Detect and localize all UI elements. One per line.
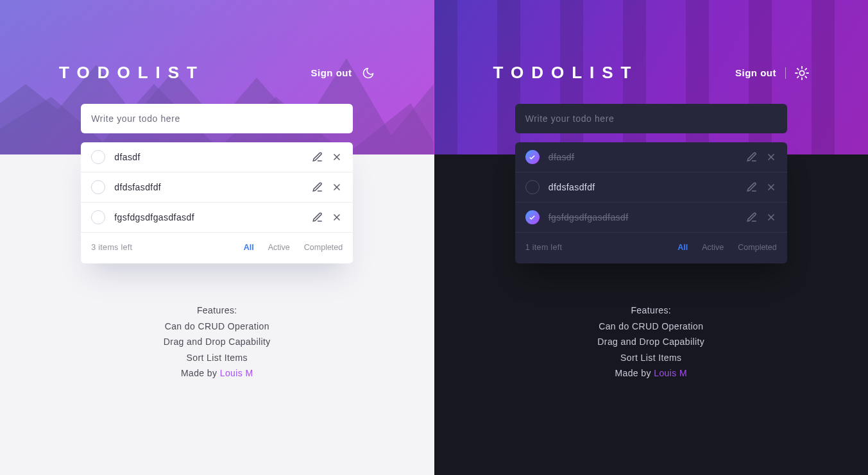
svg-point-8 <box>799 71 804 75</box>
edit-icon <box>746 212 758 223</box>
new-todo-input[interactable] <box>515 104 787 133</box>
edit-button[interactable] <box>746 212 758 223</box>
feature-line: Can do CRUD Operation <box>434 319 869 335</box>
feature-line: Drag and Drop Capability <box>434 334 869 350</box>
complete-checkbox[interactable] <box>525 180 540 194</box>
todo-list: dfasdf dfdsfasdfdf fgsfdgsdfgasdfasdf <box>81 142 353 263</box>
svg-line-16 <box>805 68 806 69</box>
todo-label: dfdsfasdfdf <box>114 182 303 192</box>
row-actions <box>746 212 777 223</box>
edit-icon <box>746 151 758 163</box>
feature-line: Drag and Drop Capability <box>0 334 434 350</box>
filter-completed[interactable]: Completed <box>304 243 343 252</box>
close-icon <box>331 212 343 223</box>
feature-line: Can do CRUD Operation <box>0 319 434 335</box>
complete-checkbox[interactable] <box>91 180 105 194</box>
todo-label: fgsfdgsdfgasdfasdf <box>114 212 303 222</box>
complete-checkbox[interactable] <box>91 150 105 164</box>
filter-active[interactable]: Active <box>268 243 290 252</box>
header-actions: Sign out <box>311 66 375 80</box>
features-heading: Features: <box>0 303 434 319</box>
todo-label: dfasdf <box>549 152 737 162</box>
dark-theme-pane: TODOLIST Sign out dfasdf <box>434 0 869 475</box>
edit-button[interactable] <box>746 181 758 193</box>
credit-line: Made by Louis M <box>434 365 869 381</box>
header-divider <box>785 67 786 79</box>
delete-button[interactable] <box>765 212 777 223</box>
todo-label: dfasdf <box>114 152 303 162</box>
close-icon <box>331 181 343 193</box>
feature-line: Sort List Items <box>0 350 434 366</box>
edit-icon <box>312 151 323 163</box>
filter-all[interactable]: All <box>677 243 688 252</box>
complete-checkbox[interactable] <box>525 150 540 164</box>
moon-icon <box>362 67 375 79</box>
features-block: Features: Can do CRUD Operation Drag and… <box>0 303 434 381</box>
todo-panel: dfasdf dfdsfasdfdf fgsfdgsdfgasdfasd <box>515 104 787 263</box>
check-icon <box>529 154 536 161</box>
row-actions <box>312 181 343 193</box>
todo-row[interactable]: fgsfdgsdfgasdfasdf <box>515 203 787 233</box>
close-icon <box>765 151 777 163</box>
edit-icon <box>312 181 323 193</box>
delete-button[interactable] <box>331 212 343 223</box>
svg-line-11 <box>797 68 799 69</box>
edit-button[interactable] <box>312 212 323 223</box>
sun-icon <box>795 66 809 80</box>
list-footer: 1 item left All Active Completed <box>515 233 787 263</box>
delete-button[interactable] <box>765 181 777 193</box>
filter-completed[interactable]: Completed <box>738 243 776 252</box>
theme-toggle-button[interactable] <box>361 66 375 80</box>
row-actions <box>746 181 777 193</box>
todo-row[interactable]: dfasdf <box>81 142 353 172</box>
edit-icon <box>312 212 323 223</box>
edit-button[interactable] <box>746 151 758 163</box>
complete-checkbox[interactable] <box>91 210 105 224</box>
row-actions <box>312 151 343 163</box>
todo-row[interactable]: dfasdf <box>515 142 787 172</box>
items-left-label: 1 item left <box>525 243 563 252</box>
edit-button[interactable] <box>312 151 323 163</box>
made-by-prefix: Made by <box>615 368 654 378</box>
sign-out-button[interactable]: Sign out <box>311 67 352 78</box>
new-todo-input[interactable] <box>81 104 353 133</box>
filter-group: All Active Completed <box>244 243 343 252</box>
todo-label: fgsfdgsdfgasdfasdf <box>549 212 737 222</box>
todo-row[interactable]: fgsfdgsdfgasdfasdf <box>81 203 353 233</box>
features-heading: Features: <box>434 303 869 319</box>
theme-toggle-button[interactable] <box>795 66 809 80</box>
feature-line: Sort List Items <box>434 350 869 366</box>
features-block: Features: Can do CRUD Operation Drag and… <box>434 303 869 381</box>
header: TODOLIST Sign out <box>493 63 810 83</box>
edit-button[interactable] <box>312 181 323 193</box>
row-actions <box>746 151 777 163</box>
todo-list: dfasdf dfdsfasdfdf fgsfdgsdfgasdfasd <box>515 142 787 263</box>
list-footer: 3 items left All Active Completed <box>81 233 353 263</box>
edit-icon <box>746 181 758 193</box>
todo-label: dfdsfasdfdf <box>549 182 737 192</box>
check-icon <box>529 214 536 221</box>
delete-button[interactable] <box>765 151 777 163</box>
author-link[interactable]: Louis M <box>220 368 253 378</box>
delete-button[interactable] <box>331 151 343 163</box>
credit-line: Made by Louis M <box>0 365 434 381</box>
todo-row[interactable]: dfdsfasdfdf <box>81 172 353 203</box>
light-theme-pane: TODOLIST Sign out dfasdf dfdsfasdfdf <box>0 0 434 475</box>
close-icon <box>331 151 343 163</box>
svg-line-12 <box>805 76 806 78</box>
items-left-label: 3 items left <box>91 243 132 252</box>
filter-all[interactable]: All <box>244 243 254 252</box>
app-title: TODOLIST <box>493 63 639 83</box>
filter-active[interactable]: Active <box>702 243 724 252</box>
made-by-prefix: Made by <box>181 368 220 378</box>
sign-out-button[interactable]: Sign out <box>735 67 776 78</box>
app-title: TODOLIST <box>59 63 205 83</box>
todo-panel: dfasdf dfdsfasdfdf fgsfdgsdfgasdfasdf <box>81 104 353 263</box>
row-actions <box>312 212 343 223</box>
todo-row[interactable]: dfdsfasdfdf <box>515 172 787 203</box>
author-link[interactable]: Louis M <box>654 368 687 378</box>
header: TODOLIST Sign out <box>59 63 375 83</box>
close-icon <box>765 181 777 193</box>
delete-button[interactable] <box>331 181 343 193</box>
complete-checkbox[interactable] <box>525 210 540 224</box>
